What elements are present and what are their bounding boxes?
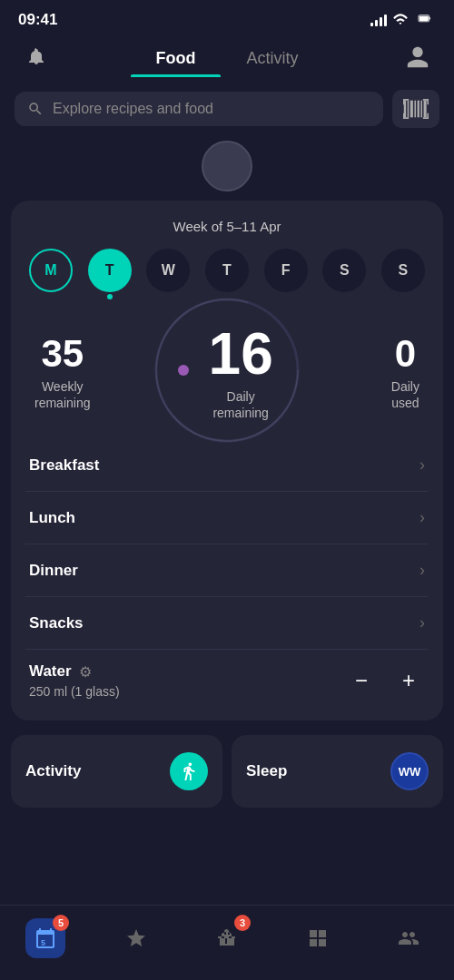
dinner-row[interactable]: Dinner › bbox=[25, 544, 429, 596]
nav-item-grid[interactable] bbox=[287, 915, 349, 962]
daily-remaining-stat: 16 Dailyremaining bbox=[209, 325, 273, 421]
gift-icon-wrap: 3 bbox=[207, 918, 247, 958]
daily-remaining-label: Dailyremaining bbox=[209, 388, 273, 421]
sleep-card[interactable]: Sleep WW bbox=[232, 735, 443, 808]
barcode-button[interactable] bbox=[392, 90, 439, 128]
calendar-icon-wrap: 5 5 bbox=[25, 918, 65, 958]
wifi-icon bbox=[392, 12, 409, 28]
svg-rect-7 bbox=[418, 101, 419, 118]
snacks-label: Snacks bbox=[29, 614, 84, 632]
lunch-row[interactable]: Lunch › bbox=[25, 491, 429, 544]
svg-rect-8 bbox=[420, 101, 422, 118]
svg-text:5: 5 bbox=[41, 938, 45, 947]
avatar bbox=[202, 141, 252, 191]
activity-card[interactable]: Activity bbox=[11, 735, 222, 808]
running-icon bbox=[179, 761, 199, 781]
water-decrease-button[interactable]: − bbox=[345, 664, 378, 697]
sleep-card-label: Sleep bbox=[246, 762, 287, 780]
daily-used-label: Dailyused bbox=[391, 378, 419, 411]
daily-used-number: 0 bbox=[391, 335, 419, 373]
day-saturday[interactable]: S bbox=[322, 249, 366, 292]
dinner-label: Dinner bbox=[29, 562, 78, 580]
snacks-chevron: › bbox=[419, 613, 425, 632]
people-icon-wrap bbox=[389, 918, 429, 958]
day-thursday[interactable]: T bbox=[205, 249, 249, 292]
star-icon bbox=[125, 927, 147, 949]
calendar-badge: 5 bbox=[53, 915, 69, 931]
day-selector: M T W T F S S bbox=[25, 249, 429, 292]
tab-links: Food Activity bbox=[54, 36, 400, 77]
star-icon-wrap bbox=[116, 918, 156, 958]
breakfast-chevron: › bbox=[419, 456, 425, 475]
status-time: 09:41 bbox=[18, 11, 57, 29]
progress-dot bbox=[178, 365, 189, 376]
water-amount: 250 ml (1 glass) bbox=[29, 684, 120, 699]
nav-item-star[interactable] bbox=[105, 915, 167, 962]
search-section: Explore recipes and food bbox=[0, 77, 454, 137]
nav-item-gift[interactable]: 3 bbox=[196, 915, 258, 962]
tab-activity[interactable]: Activity bbox=[221, 36, 323, 77]
status-bar: 09:41 bbox=[0, 0, 454, 36]
search-placeholder: Explore recipes and food bbox=[53, 101, 213, 117]
bottom-navigation: 5 5 3 bbox=[0, 905, 454, 980]
activity-card-icon bbox=[170, 752, 208, 790]
gift-icon bbox=[216, 927, 238, 949]
status-icons bbox=[370, 12, 436, 28]
people-icon bbox=[398, 927, 419, 949]
water-increase-button[interactable]: + bbox=[392, 664, 425, 697]
daily-used-stat: 0 Dailyused bbox=[391, 335, 419, 411]
main-card: Week of 5–11 Apr M T W T F S S 35 Weekly… bbox=[11, 201, 443, 720]
svg-rect-9 bbox=[424, 101, 427, 118]
svg-rect-4 bbox=[408, 101, 410, 118]
user-icon bbox=[405, 44, 430, 70]
lunch-label: Lunch bbox=[29, 509, 75, 527]
barcode-icon bbox=[403, 99, 429, 119]
water-label: Water bbox=[29, 662, 72, 681]
signal-icon bbox=[370, 14, 387, 26]
day-sunday[interactable]: S bbox=[381, 249, 425, 292]
nav-item-people[interactable] bbox=[378, 915, 439, 962]
day-wednesday[interactable]: W bbox=[146, 249, 190, 292]
tab-navigation: Food Activity bbox=[0, 36, 454, 77]
grid-icon bbox=[307, 927, 329, 949]
daily-remaining-number: 16 bbox=[209, 325, 273, 383]
stats-section: 35 Weeklyremaining 16 Dailyremaining 0 D… bbox=[25, 310, 429, 430]
svg-rect-1 bbox=[429, 17, 430, 19]
grid-icon-wrap bbox=[298, 918, 338, 958]
search-icon bbox=[27, 101, 44, 117]
tab-food[interactable]: Food bbox=[131, 36, 222, 77]
nav-item-calendar[interactable]: 5 5 bbox=[15, 915, 76, 962]
gift-badge: 3 bbox=[234, 915, 251, 931]
meal-list: Breakfast › Lunch › Dinner › Snacks › bbox=[25, 439, 429, 649]
search-bar[interactable]: Explore recipes and food bbox=[15, 92, 383, 126]
water-title: Water ⚙ bbox=[29, 662, 120, 681]
weekly-remaining-label: Weeklyremaining bbox=[35, 378, 90, 411]
dinner-chevron: › bbox=[419, 561, 425, 580]
day-monday[interactable]: M bbox=[29, 249, 73, 292]
avatar-section bbox=[0, 141, 454, 191]
day-friday[interactable]: F bbox=[264, 249, 308, 292]
ww-badge: WW bbox=[390, 752, 429, 790]
breakfast-label: Breakfast bbox=[29, 456, 100, 475]
calendar-icon: 5 bbox=[35, 927, 56, 949]
snacks-row[interactable]: Snacks › bbox=[25, 596, 429, 649]
weekly-remaining-number: 35 bbox=[35, 335, 90, 373]
bell-icon bbox=[25, 46, 47, 68]
bottom-cards: Activity Sleep WW bbox=[11, 735, 443, 815]
activity-card-label: Activity bbox=[25, 762, 81, 780]
water-controls: − + bbox=[345, 664, 425, 697]
battery-icon bbox=[414, 14, 436, 26]
svg-rect-5 bbox=[410, 101, 413, 118]
svg-rect-6 bbox=[414, 101, 416, 118]
user-avatar-tab[interactable] bbox=[400, 44, 436, 70]
notification-bell[interactable] bbox=[18, 46, 54, 68]
weekly-remaining-stat: 35 Weeklyremaining bbox=[35, 335, 90, 411]
water-row: Water ⚙ 250 ml (1 glass) − + bbox=[25, 649, 429, 702]
water-info: Water ⚙ 250 ml (1 glass) bbox=[29, 662, 120, 699]
week-label: Week of 5–11 Apr bbox=[25, 219, 429, 234]
svg-rect-2 bbox=[419, 16, 429, 21]
lunch-chevron: › bbox=[419, 508, 425, 527]
day-tuesday[interactable]: T bbox=[88, 249, 132, 292]
water-settings-icon[interactable]: ⚙ bbox=[79, 663, 92, 681]
